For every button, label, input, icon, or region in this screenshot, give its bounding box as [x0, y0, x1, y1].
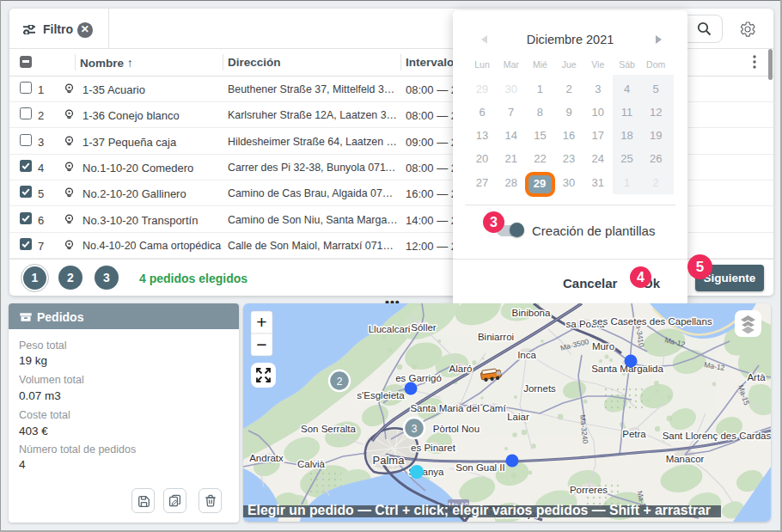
- svg-text:3: 3: [412, 423, 418, 435]
- svg-text:es Garrigó: es Garrigó: [395, 373, 442, 383]
- svg-text:Laiar: Laiar: [507, 412, 529, 422]
- svg-text:Elegir un pedido — Ctrl + clic: Elegir un pedido — Ctrl + click; elegir …: [247, 503, 711, 517]
- svg-text:ses Casetes des Capellans: ses Casetes des Capellans: [592, 316, 712, 327]
- svg-text:Alaró: Alaró: [449, 364, 473, 374]
- svg-text:Biniarroi: Biniarroi: [478, 332, 514, 342]
- svg-text:Palma: Palma: [373, 454, 406, 467]
- svg-text:+: +: [256, 312, 266, 332]
- svg-text:Manacor: Manacor: [666, 454, 705, 464]
- svg-text:Santa Maria del Camí: Santa Maria del Camí: [410, 403, 506, 413]
- svg-text:Binibona: Binibona: [512, 308, 551, 318]
- svg-text:s'Esgleieta: s'Esgleieta: [357, 390, 405, 401]
- svg-text:Jornets: Jornets: [523, 383, 556, 394]
- svg-text:Muro: Muro: [592, 341, 614, 352]
- svg-text:Porreres: Porreres: [570, 485, 608, 495]
- svg-text:2: 2: [337, 376, 343, 388]
- svg-text:Petra: Petra: [622, 429, 646, 439]
- svg-text:Son Gual II: Son Gual II: [455, 462, 505, 473]
- svg-text:Sóller: Sóller: [411, 322, 437, 333]
- svg-text:Pòrtol Nou: Pòrtol Nou: [433, 424, 480, 434]
- svg-text:Llucalcari: Llucalcari: [369, 324, 411, 334]
- svg-text:es Pinaret: es Pinaret: [411, 443, 456, 453]
- svg-text:Artà: Artà: [747, 372, 766, 382]
- svg-text:Son Serralta: Son Serralta: [301, 424, 357, 434]
- svg-text:anya: anya: [423, 467, 445, 477]
- svg-text:Andratx: Andratx: [249, 453, 284, 463]
- svg-text:Inca: Inca: [517, 350, 536, 360]
- svg-text:Sant Llorenç des Cardassa: Sant Llorenç des Cardassa: [663, 431, 771, 441]
- svg-text:−: −: [256, 334, 266, 354]
- svg-text:Calvià: Calvià: [297, 459, 326, 469]
